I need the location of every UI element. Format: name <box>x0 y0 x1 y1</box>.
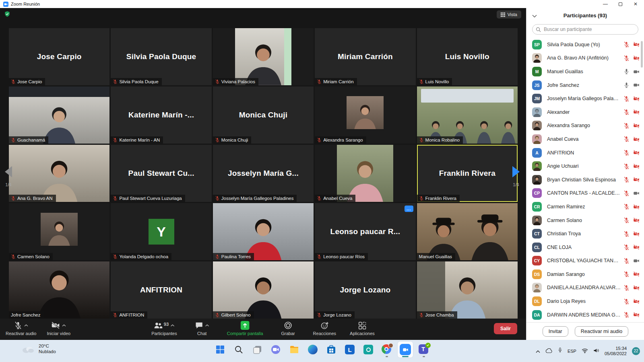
toolbar-reacciones[interactable]: Reacciones <box>313 320 336 336</box>
participant-row[interactable]: DSDamian Sarango <box>526 267 644 281</box>
video-tile[interactable]: Jose Carpio Jose Carpio <box>9 28 109 85</box>
video-tile[interactable]: Gilbert Solano <box>213 261 314 319</box>
video-tile[interactable]: Carmen Solano <box>9 203 109 260</box>
video-tile[interactable]: Monica Robalino <box>417 86 518 144</box>
mic-muted-icon <box>623 204 630 210</box>
toolbar-chat[interactable]: Chat <box>191 320 213 336</box>
page-indicator: 1/4 <box>2 182 14 187</box>
gallery-next-page[interactable]: 1/4 <box>510 166 522 187</box>
toolbar-reactivar-audio[interactable]: Reactivar audio <box>6 320 36 336</box>
clock[interactable]: 15:34 05/08/2022 <box>605 346 627 356</box>
invite-button[interactable]: Invitar <box>543 326 568 337</box>
participant-row[interactable]: CTChristian Troya <box>526 227 644 241</box>
notification-badge[interactable]: 22 <box>632 347 640 355</box>
video-tile[interactable]: Josselyn María G... Josselyn María Galle… <box>213 145 314 202</box>
participant-row[interactable]: Carmen Solano <box>526 214 644 227</box>
wifi-icon[interactable] <box>582 348 588 355</box>
participant-row[interactable]: Alexander <box>526 105 644 119</box>
video-tile[interactable]: Jorge Lozano Jorge Lozano <box>315 261 415 319</box>
weather-widget[interactable]: 20°C Nublado <box>21 343 56 354</box>
minimize-button[interactable]: — <box>603 1 608 7</box>
panel-collapse-icon[interactable] <box>532 12 537 19</box>
taskbar-teal-app-icon[interactable] <box>361 341 376 358</box>
video-tile[interactable]: Manuel Guaillas <box>417 203 518 260</box>
participant-row[interactable]: Ana G. Bravo AN (Anfitrión) <box>526 51 644 65</box>
volume-icon[interactable] <box>593 348 599 355</box>
toolbar-aplicaciones[interactable]: Aplicaciones <box>350 320 375 336</box>
toolbar-grabar[interactable]: Grabar <box>277 320 299 336</box>
search-participant-input[interactable] <box>532 24 638 35</box>
toolbar-compartir-pantalla[interactable]: Compartir pantalla <box>227 320 263 336</box>
taskbar-zoom-icon[interactable] <box>398 341 413 358</box>
scrollbar-thumb[interactable] <box>641 41 643 68</box>
taskbar-chrome-icon[interactable] <box>379 341 394 358</box>
participant-row[interactable]: DLDario Loja Reyes <box>526 294 644 308</box>
chevron-up-icon[interactable] <box>205 324 209 327</box>
taskbar-l-app-icon[interactable]: L <box>342 341 357 358</box>
video-tile[interactable]: Monica Chuji Monica Chuji <box>213 86 314 144</box>
language-indicator[interactable]: ESP <box>568 349 576 354</box>
chevron-up-icon[interactable] <box>171 324 175 327</box>
video-tile[interactable]: Jose Chamba <box>417 261 518 319</box>
taskbar-explorer-icon[interactable] <box>287 341 302 358</box>
chevron-up-icon[interactable] <box>62 324 66 327</box>
participant-row[interactable]: DANIELA ALEJANDRA ALVARAD... <box>526 281 644 295</box>
toolbar-iniciar-video[interactable]: Iniciar video <box>47 320 70 336</box>
tray-chevron-up-icon[interactable] <box>536 348 540 355</box>
leave-meeting-button[interactable]: Salir <box>494 323 517 334</box>
taskbar-store-icon[interactable] <box>324 341 339 358</box>
participant-row[interactable]: SPSilvia Paola Duque (Yo) <box>526 38 644 51</box>
participant-row[interactable]: Angie Uchuari <box>526 159 644 173</box>
participant-row[interactable]: MManuel Guaillas <box>526 65 644 78</box>
taskbar-edge-icon[interactable] <box>305 341 320 358</box>
close-button[interactable]: ✕ <box>633 1 638 7</box>
camera-icon <box>633 82 640 88</box>
participant-row[interactable]: JMJosselyn María Gallegos Paladi... <box>526 92 644 105</box>
video-tile[interactable]: Silvia Paola Duque Silvia Paola Duque <box>111 28 211 85</box>
video-tile[interactable]: Luis Novillo Luis Novillo <box>417 28 518 85</box>
toolbar-participantes[interactable]: 93 Participantes <box>151 320 177 336</box>
participant-row[interactable]: JSJofre Sanchez <box>526 78 644 92</box>
tile-name-label: Manuel Guaillas <box>417 253 455 260</box>
video-tile[interactable]: Y Yolanda Delgado ochoa <box>111 203 211 260</box>
video-tile[interactable]: Ana G. Bravo AN <box>9 145 109 202</box>
gallery-prev-page[interactable]: 1/4 <box>2 166 14 187</box>
onedrive-cloud-icon[interactable] <box>545 348 553 355</box>
taskbar-taskview-icon[interactable] <box>250 341 265 358</box>
participant-row[interactable]: Anabel Cueva <box>526 132 644 146</box>
tile-more-options-button[interactable]: ... <box>405 206 413 212</box>
taskbar-start-icon[interactable] <box>213 341 228 358</box>
participant-row[interactable]: CPCANTON PALTAS - ALCALDESA ... <box>526 187 644 200</box>
video-tile[interactable]: Guachanamá <box>9 86 109 144</box>
participant-row[interactable]: CYCRISTOBAL YAGUACHI TANDAZO <box>526 254 644 268</box>
taskbar-teams-icon[interactable]: T <box>416 341 431 358</box>
unmute-my-audio-button[interactable]: Reactivar mi audio <box>575 326 629 337</box>
participant-row[interactable]: Alexandra Sarango <box>526 119 644 133</box>
participant-row[interactable]: Bryan Christian Silva Espinosa <box>526 173 644 187</box>
participant-row[interactable]: CRCarmen Ramirez <box>526 200 644 214</box>
video-tile[interactable]: Anabel Cueva <box>315 145 415 202</box>
record-icon <box>284 321 292 329</box>
maximize-button[interactable] <box>619 2 622 6</box>
participant-list[interactable]: SPSilvia Paola Duque (Yo) Ana G. Bravo A… <box>526 38 644 322</box>
video-tile[interactable]: Leonso paucar R...... Leonso paucar Ríos <box>315 203 415 260</box>
video-tile[interactable]: Miriam Carrión Miriam Carrión <box>315 28 415 85</box>
taskbar-search-icon[interactable] <box>231 341 246 358</box>
security-shield-icon[interactable] <box>4 11 10 19</box>
video-tile[interactable]: ANFITRION ANFITRION <box>111 261 211 319</box>
video-tile[interactable]: Paulina Torres <box>213 203 314 260</box>
video-tile[interactable]: Viviana Palacios <box>213 28 314 85</box>
video-tile[interactable]: Franklin Rivera Franklin Rivera <box>417 145 518 202</box>
view-button[interactable]: Vista <box>497 10 521 19</box>
participant-row[interactable]: AANFITRION <box>526 146 644 160</box>
participant-row[interactable]: DADARWIN ANDRES MEDINA GU... <box>526 308 644 322</box>
chevron-up-icon[interactable] <box>24 324 28 327</box>
mic-muted-icon <box>419 138 424 142</box>
video-tile[interactable]: Jofre Sanchez <box>9 261 109 319</box>
video-tile[interactable]: Paul Stewart Cu... Paul Stewart Cueva Lu… <box>111 145 211 202</box>
taskbar-chat-icon[interactable] <box>268 341 283 358</box>
tray-microphone-icon[interactable] <box>558 347 562 355</box>
video-tile[interactable]: Katerine Marín -... Katerine Marín - AN <box>111 86 211 144</box>
participant-row[interactable]: CLCNE LOJA <box>526 241 644 254</box>
video-tile[interactable]: Alexandra Sarango <box>315 86 415 144</box>
